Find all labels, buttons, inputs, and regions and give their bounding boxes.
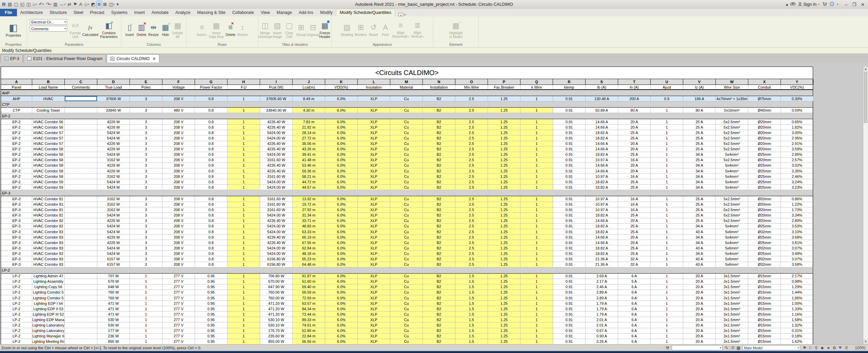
table-cell[interactable]: 277 V (162, 274, 195, 279)
table-cell[interactable]: 37605.60 W (260, 96, 293, 101)
table-cell[interactable]: 6.0% (325, 240, 358, 245)
table-cell[interactable]: 1 (520, 218, 553, 223)
open-file-icon[interactable]: ◱ (19, 1, 25, 8)
table-cell[interactable]: 1 (651, 152, 683, 157)
table-cell[interactable]: 277 V (162, 279, 195, 284)
table-cell[interactable]: 236 W (97, 334, 130, 339)
table-cell[interactable]: 1 (651, 262, 683, 267)
table-cell[interactable]: 5x4mm² (716, 168, 748, 173)
table-cell[interactable]: 6.0% (325, 274, 358, 279)
column-letter-g[interactable]: G (195, 79, 228, 85)
table-cell[interactable]: 0.91 (553, 312, 586, 317)
table-cell[interactable]: Cu (390, 317, 423, 322)
table-cell[interactable]: HVAC Corridor 81 (32, 213, 65, 218)
table-cell[interactable]: 4226 W (97, 235, 130, 240)
ribbon-display-arrow-icon[interactable]: ▾ (404, 13, 406, 16)
table-cell[interactable]: 1 (520, 96, 553, 101)
table-cell[interactable]: 25 A (618, 213, 651, 218)
table-cell[interactable]: 277 V (162, 322, 195, 328)
table-cell[interactable]: 6.0% (325, 179, 358, 184)
table-cell[interactable]: Cu (390, 196, 423, 201)
table-cell[interactable]: 6.0% (325, 312, 358, 317)
table-cell[interactable] (65, 218, 97, 223)
table-cell[interactable]: 471 W (97, 306, 130, 311)
table-cell[interactable]: 196 A (683, 96, 716, 101)
select-links-icon[interactable]: ⚑ (803, 346, 806, 350)
interface-doc-icon[interactable]: ▤ (7, 1, 13, 8)
table-cell[interactable]: 5x4mm² (716, 152, 748, 157)
table-cell[interactable]: 6.0% (325, 152, 358, 157)
table-cell[interactable]: 3 (130, 256, 162, 261)
table-cell[interactable]: Ø20mm (748, 207, 781, 212)
table-cell[interactable] (65, 213, 97, 218)
table-cell[interactable]: 1.5 (455, 339, 488, 344)
table-cell[interactable]: 0.9 (651, 96, 683, 101)
sign-in-arrow-icon[interactable]: ▾ (818, 3, 820, 6)
table-cell[interactable]: 3 (130, 130, 162, 135)
table-cell[interactable]: Ø20mm (748, 141, 781, 146)
table-cell[interactable]: 1 (228, 157, 260, 163)
table-cell[interactable]: 0.67 A (586, 328, 618, 333)
table-cell[interactable]: 2.5 (455, 245, 488, 250)
table-cell[interactable]: Cu (390, 135, 423, 141)
table-cell[interactable]: 6.0% (325, 157, 358, 163)
table-cell[interactable]: 5x6mm² (716, 262, 748, 267)
table-cell[interactable]: 0.18% (781, 334, 813, 339)
table-cell[interactable]: 0.91 (553, 317, 586, 322)
table-cell[interactable]: 5424 W (97, 130, 130, 135)
column-header-conduit[interactable]: Conduit (748, 85, 781, 89)
table-cell[interactable]: 43.26 m (293, 147, 325, 152)
column-letter-v[interactable]: V (683, 79, 716, 85)
table-cell[interactable]: 14.66 A (586, 218, 618, 223)
resize-button[interactable]: ⇹Resize (147, 22, 159, 37)
table-cell[interactable]: 1.25 (488, 108, 520, 113)
table-cell[interactable]: 58.21 m (293, 174, 325, 179)
table-cell[interactable]: EP-2 (1, 119, 32, 124)
table-cell[interactable] (65, 185, 97, 190)
table-cell[interactable]: 647.90 W (260, 284, 293, 290)
table-cell[interactable]: 0.95 (195, 279, 228, 284)
table-cell[interactable] (65, 135, 97, 141)
table-cell[interactable]: LP-2 (1, 328, 32, 333)
table-cell[interactable]: B2 (423, 108, 455, 113)
table-cell[interactable]: 34 A (683, 163, 716, 168)
table-cell[interactable]: 1 (651, 157, 683, 163)
table-cell[interactable]: Ø15mm (748, 328, 781, 333)
table-cell[interactable]: 50.88 A (586, 108, 618, 113)
help-icon[interactable]: ? (830, 2, 834, 7)
table-cell[interactable]: 0.91 (553, 245, 586, 250)
table-cell[interactable]: 0.8 (195, 174, 228, 179)
table-cell[interactable]: 760 W (97, 290, 130, 295)
table-cell[interactable]: 760 W (97, 295, 130, 300)
table-cell[interactable]: 1 (130, 317, 162, 322)
table-cell[interactable]: Cu (390, 245, 423, 250)
table-cell[interactable]: 5424 W (97, 245, 130, 250)
table-cell[interactable]: 0.91 (553, 322, 586, 328)
table-cell[interactable]: 1 (520, 279, 553, 284)
table-cell[interactable]: 19.72 m (293, 202, 325, 207)
table-cell[interactable]: 1.82% (781, 125, 813, 130)
table-cell[interactable]: 1 (651, 147, 683, 152)
table-cell[interactable]: 6.0% (325, 306, 358, 311)
table-cell[interactable]: B2 (423, 306, 455, 311)
table-cell[interactable]: 3 (130, 251, 162, 256)
table-cell[interactable]: 73.44 m (293, 312, 325, 317)
table-cell[interactable]: 2.5 (455, 240, 488, 245)
table-cell[interactable]: EP-3 (1, 213, 32, 218)
table-cell[interactable]: XLP (358, 295, 390, 300)
table-cell[interactable]: 1.5 (455, 306, 488, 311)
table-cell[interactable]: Ø20mm (748, 202, 781, 207)
table-cell[interactable]: 3162 W (97, 207, 130, 212)
table-cell[interactable]: 6.0% (325, 290, 358, 295)
table-cell[interactable]: 20 A (683, 274, 716, 279)
column-header-wire-size[interactable]: Wire Size (716, 85, 748, 89)
table-cell[interactable]: 3x1.5mm² (716, 312, 748, 317)
table-cell[interactable]: HVAC Corridor 59 (32, 179, 65, 184)
table-cell[interactable]: 277 V (162, 317, 195, 322)
table-cell[interactable]: 1 (130, 328, 162, 333)
table-cell[interactable]: 6.0% (325, 235, 358, 240)
table-cell[interactable] (65, 284, 97, 290)
table-cell[interactable]: Ø20mm (748, 218, 781, 223)
table-cell[interactable]: Cu (390, 295, 423, 300)
table-cell[interactable]: 48.18 m (293, 251, 325, 256)
